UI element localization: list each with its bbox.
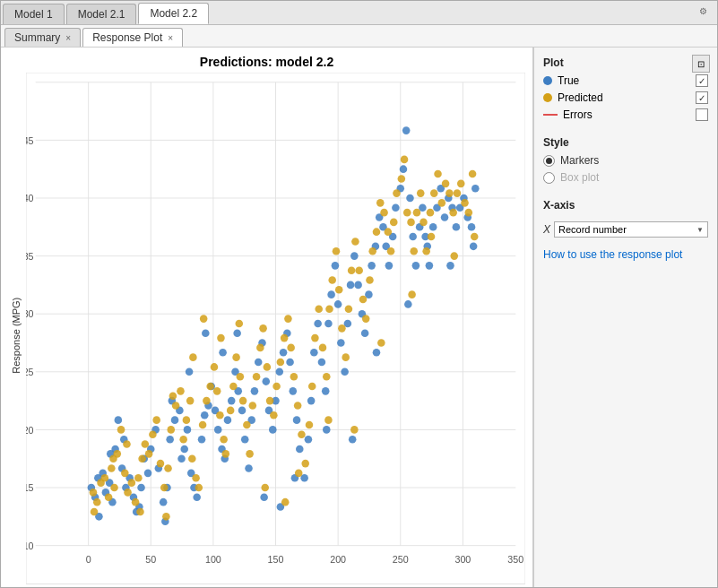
true-label: True — [558, 74, 690, 87]
chart-inner: 10 15 20 25 30 35 40 45 0 50 — [26, 73, 525, 587]
tab-response-plot[interactable]: Response Plot × — [82, 28, 183, 47]
svg-point-90 — [286, 359, 294, 367]
svg-point-124 — [402, 126, 411, 134]
tab-summary[interactable]: Summary × — [4, 28, 81, 47]
svg-point-99 — [318, 359, 326, 367]
svg-point-114 — [368, 262, 376, 270]
x-axis-label: Record number — [26, 586, 525, 587]
svg-point-281 — [200, 315, 208, 323]
svg-point-265 — [438, 199, 446, 207]
tab-model21[interactable]: Model 2.1 — [66, 4, 137, 24]
svg-point-119 — [385, 262, 394, 270]
svg-point-244 — [366, 276, 374, 284]
svg-point-165 — [93, 498, 101, 506]
svg-point-96 — [307, 397, 316, 405]
svg-point-121 — [392, 203, 400, 212]
tab-model1[interactable]: Model 1 — [3, 4, 65, 24]
svg-point-237 — [342, 353, 350, 361]
help-link[interactable]: How to use the response plot — [543, 248, 708, 261]
svg-point-214 — [264, 363, 272, 371]
xaxis-section: X-axis X Record number ▼ — [543, 199, 708, 238]
svg-point-151 — [202, 329, 210, 337]
secondary-tab-bar: Summary × Response Plot × — [1, 25, 717, 48]
svg-text:250: 250 — [393, 554, 409, 565]
svg-point-83 — [263, 377, 271, 385]
svg-text:30: 30 — [26, 308, 34, 319]
svg-point-248 — [380, 209, 388, 217]
boxplot-radio[interactable] — [543, 172, 555, 184]
svg-point-289 — [377, 339, 385, 347]
svg-point-175 — [128, 479, 136, 487]
svg-point-93 — [296, 445, 304, 454]
svg-point-53 — [160, 498, 168, 506]
style-section: Style Markers Box plot — [543, 136, 708, 188]
legend-item-true: True — [543, 74, 708, 87]
svg-point-85 — [269, 426, 277, 434]
svg-point-81 — [255, 359, 263, 367]
dropdown-arrow-icon: ▼ — [696, 226, 704, 234]
svg-point-200 — [216, 411, 224, 419]
svg-point-109 — [350, 252, 359, 260]
expand-button[interactable]: ⊡ — [692, 55, 710, 73]
svg-point-108 — [347, 281, 355, 290]
true-checkbox[interactable] — [696, 74, 708, 87]
svg-point-95 — [305, 436, 313, 444]
svg-point-257 — [410, 247, 418, 255]
svg-point-159 — [373, 349, 381, 357]
svg-point-270 — [457, 180, 465, 188]
svg-point-60 — [184, 426, 192, 434]
svg-point-260 — [420, 219, 428, 227]
svg-point-245 — [368, 247, 376, 255]
svg-point-227 — [308, 383, 316, 391]
markers-radio[interactable] — [543, 155, 555, 167]
svg-point-184 — [160, 484, 169, 492]
summary-tab-close[interactable]: × — [65, 33, 71, 43]
svg-point-231 — [323, 373, 331, 381]
svg-point-269 — [454, 189, 462, 197]
svg-point-204 — [229, 383, 238, 391]
markers-label: Markers — [560, 154, 599, 167]
xaxis-dropdown[interactable]: Record number ▼ — [554, 221, 708, 238]
svg-point-69 — [214, 426, 222, 434]
svg-point-243 — [362, 315, 370, 323]
svg-point-238 — [345, 306, 353, 314]
svg-point-278 — [162, 513, 170, 521]
svg-point-208 — [243, 421, 251, 429]
svg-text:200: 200 — [330, 554, 346, 565]
svg-point-195 — [199, 421, 207, 429]
svg-point-58 — [177, 454, 186, 463]
svg-point-143 — [471, 185, 480, 193]
svg-point-268 — [449, 209, 457, 217]
svg-text:45: 45 — [26, 135, 34, 146]
svg-point-256 — [407, 219, 415, 227]
svg-point-247 — [376, 199, 385, 207]
xaxis-x-label: X — [543, 223, 550, 236]
svg-text:20: 20 — [26, 425, 34, 436]
svg-text:35: 35 — [26, 251, 34, 262]
boxplot-radio-item: Box plot — [543, 171, 708, 184]
predicted-checkbox[interactable] — [696, 91, 708, 104]
svg-point-292 — [450, 252, 458, 260]
svg-point-132 — [429, 223, 437, 231]
svg-text:40: 40 — [26, 193, 34, 203]
svg-point-209 — [246, 450, 254, 458]
svg-point-181 — [149, 430, 157, 438]
tab-model22[interactable]: Model 2.2 — [138, 3, 209, 24]
svg-point-63 — [193, 493, 201, 501]
svg-point-225 — [301, 460, 309, 468]
xaxis-row: X Record number ▼ — [543, 221, 708, 238]
response-plot-tab-close[interactable]: × — [168, 33, 173, 43]
svg-point-78 — [245, 464, 253, 472]
errors-checkbox[interactable] — [696, 108, 708, 121]
svg-text:50: 50 — [145, 554, 156, 565]
svg-point-286 — [295, 470, 303, 478]
svg-point-189 — [179, 436, 187, 444]
svg-point-206 — [237, 373, 245, 381]
svg-point-178 — [138, 454, 146, 463]
content-area: Predictions: model 2.2 Response (MPG) — [1, 48, 717, 587]
svg-point-41 — [115, 416, 123, 424]
svg-point-215 — [266, 397, 274, 405]
svg-point-282 — [217, 334, 225, 342]
svg-point-274 — [91, 508, 99, 516]
settings-icon[interactable]: ⚙ — [699, 6, 712, 19]
